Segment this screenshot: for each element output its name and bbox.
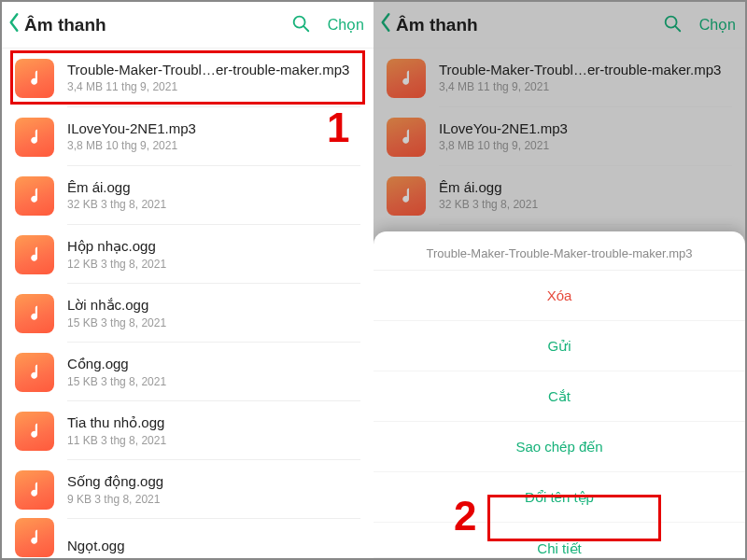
back-button[interactable] <box>7 12 21 37</box>
chevron-left-icon <box>379 12 392 37</box>
list-item[interactable]: ILoveYou-2NE1.mp33,8 MB 10 thg 9, 2021 <box>374 107 745 166</box>
music-icon <box>15 176 54 216</box>
list-item[interactable]: Lời nhắc.ogg15 KB 3 thg 8, 2021 <box>2 284 374 343</box>
list-item[interactable]: Sống động.ogg9 KB 3 thg 8, 2021 <box>2 460 374 519</box>
file-meta: 9 KB 3 thg 8, 2021 <box>67 493 360 506</box>
svg-line-1 <box>303 26 308 31</box>
file-list: Trouble-Maker-Troubl…er-trouble-maker.mp… <box>2 49 374 558</box>
list-item[interactable]: Êm ái.ogg32 KB 3 thg 8, 2021 <box>2 166 374 225</box>
sheet-item-sao-chép-đến[interactable]: Sao chép đến <box>374 422 745 472</box>
file-name: Tia thu nhỏ.ogg <box>67 414 360 431</box>
list-item[interactable]: Trouble-Maker-Troubl…er-trouble-maker.mp… <box>374 49 745 107</box>
music-icon <box>15 518 54 557</box>
file-meta: 3,4 MB 11 thg 9, 2021 <box>439 80 732 93</box>
list-item[interactable]: Hộp nhạc.ogg12 KB 3 thg 8, 2021 <box>2 225 374 284</box>
search-icon[interactable] <box>290 13 311 37</box>
search-icon[interactable] <box>662 13 683 37</box>
music-icon <box>15 353 54 392</box>
select-button[interactable]: Chọn <box>699 16 736 34</box>
file-name: ILoveYou-2NE1.mp3 <box>439 120 732 136</box>
right-screen: Âm thanh Chọn Trouble-Maker-Troubl…er-tr… <box>374 2 745 558</box>
file-name: Trouble-Maker-Troubl…er-trouble-maker.mp… <box>439 62 732 77</box>
file-meta: 11 KB 3 thg 8, 2021 <box>67 434 360 447</box>
list-item[interactable]: Êm ái.ogg32 KB 3 thg 8, 2021 <box>374 166 745 225</box>
file-meta: 15 KB 3 thg 8, 2021 <box>67 375 360 388</box>
file-name: Êm ái.ogg <box>439 179 732 195</box>
list-item[interactable]: Cồng.ogg15 KB 3 thg 8, 2021 <box>2 343 374 401</box>
file-meta: 3,8 MB 10 thg 9, 2021 <box>439 139 732 152</box>
list-item[interactable]: Tia thu nhỏ.ogg11 KB 3 thg 8, 2021 <box>2 401 374 460</box>
music-icon <box>15 118 54 157</box>
page-title: Âm thanh <box>396 15 478 35</box>
select-button[interactable]: Chọn <box>328 16 364 34</box>
music-icon <box>15 235 54 274</box>
music-icon <box>15 470 54 510</box>
music-icon <box>387 118 426 157</box>
file-name: Sống động.ogg <box>67 473 360 490</box>
annotation-number-2: 2 <box>454 493 476 539</box>
highlight-box-1 <box>10 50 365 105</box>
music-icon <box>387 59 426 98</box>
file-name: Cồng.ogg <box>67 356 360 372</box>
left-screen: Âm thanh Chọn Trouble-Maker-Troubl…er-tr… <box>2 2 374 558</box>
file-meta: 12 KB 3 thg 8, 2021 <box>67 258 360 271</box>
list-item[interactable]: Ngọt.ogg <box>2 519 374 556</box>
svg-point-2 <box>665 16 676 27</box>
svg-line-3 <box>675 26 680 31</box>
back-button[interactable] <box>379 12 392 37</box>
music-icon <box>15 294 54 333</box>
sheet-title: Trouble-Maker-Trouble-Maker-trouble-make… <box>374 231 745 271</box>
highlight-box-2 <box>487 495 661 541</box>
sheet-item-cắt[interactable]: Cắt <box>374 371 745 422</box>
file-meta: 32 KB 3 thg 8, 2021 <box>439 198 732 211</box>
file-name: Hộp nhạc.ogg <box>67 238 360 255</box>
file-name: Êm ái.ogg <box>67 179 360 195</box>
chevron-left-icon <box>7 12 21 37</box>
file-meta: 32 KB 3 thg 8, 2021 <box>67 198 360 211</box>
page-title: Âm thanh <box>24 15 106 35</box>
music-icon <box>15 412 54 451</box>
header: Âm thanh Chọn <box>2 2 374 49</box>
list-item[interactable]: ILoveYou-2NE1.mp33,8 MB 10 thg 9, 2021 <box>2 107 374 166</box>
file-name: Lời nhắc.ogg <box>67 297 360 314</box>
header: Âm thanh Chọn <box>374 2 745 49</box>
sheet-item-gửi[interactable]: Gửi <box>374 321 745 371</box>
file-name: ILoveYou-2NE1.mp3 <box>67 120 360 136</box>
music-icon <box>387 176 426 216</box>
file-meta: 15 KB 3 thg 8, 2021 <box>67 316 360 329</box>
file-meta: 3,8 MB 10 thg 9, 2021 <box>67 139 360 152</box>
annotation-number-1: 1 <box>327 105 349 151</box>
file-name: Ngọt.ogg <box>67 538 360 554</box>
sheet-item-xóa[interactable]: Xóa <box>374 271 745 321</box>
